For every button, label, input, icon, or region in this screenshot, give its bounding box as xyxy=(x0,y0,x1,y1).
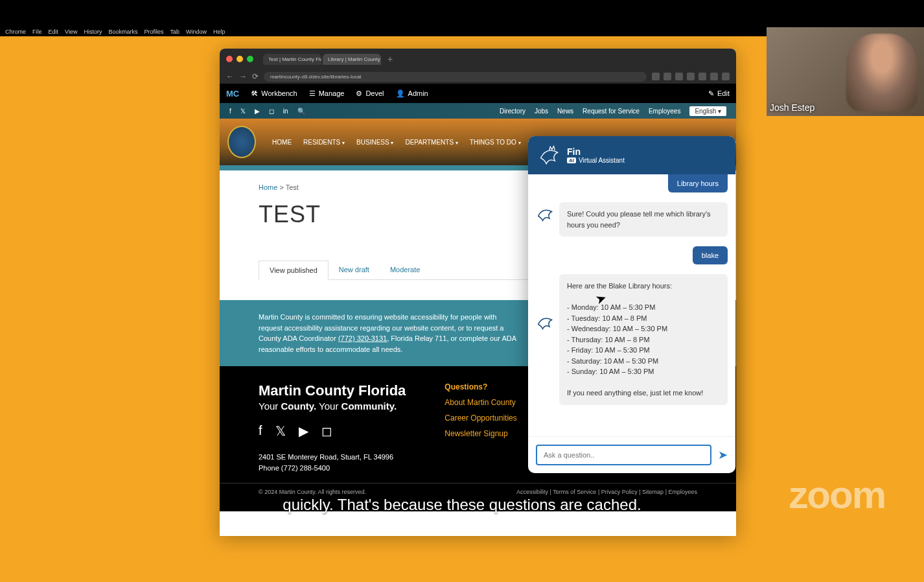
footer-accessibility[interactable]: Accessibility xyxy=(516,489,548,495)
admin-workbench[interactable]: 🛠Workbench xyxy=(251,89,297,97)
menu-window[interactable]: Window xyxy=(186,29,207,35)
tab-new-draft[interactable]: New draft xyxy=(329,261,380,279)
chat-bot-name: Fin xyxy=(567,146,625,157)
top-link-news[interactable]: News xyxy=(557,108,573,115)
drupal-admin-toolbar: MC 🛠Workbench ☰Manage ⚙Devel 👤Admin ✎Edi… xyxy=(220,84,736,103)
presenter-webcam: Josh Estep xyxy=(767,27,924,116)
county-seal-icon[interactable] xyxy=(227,126,256,158)
window-minimize-button[interactable] xyxy=(237,56,243,62)
extension-icon[interactable] xyxy=(675,73,683,80)
presenter-name: Josh Estep xyxy=(770,102,814,113)
top-link-employees[interactable]: Employees xyxy=(649,108,680,115)
admin-logo[interactable]: MC xyxy=(226,89,239,99)
menu-edit[interactable]: Edit xyxy=(49,29,59,35)
menu-help[interactable]: Help xyxy=(213,29,225,35)
browser-tab[interactable]: Test | Martin County Florida xyxy=(263,54,321,65)
menu-tab[interactable]: Tab xyxy=(170,29,179,35)
menu-history[interactable]: History xyxy=(84,29,102,35)
social-top-bar: f 𝕏 ▶ ◻ in 🔍 Directory Jobs News Request… xyxy=(220,103,736,119)
extension-icon[interactable] xyxy=(652,73,660,80)
forward-button[interactable]: → xyxy=(239,72,247,81)
tab-moderate[interactable]: Moderate xyxy=(380,261,430,279)
footer-link-about[interactable]: About Martin County xyxy=(445,398,516,407)
facebook-icon[interactable]: f xyxy=(229,108,231,115)
admin-manage[interactable]: ☰Manage xyxy=(309,89,345,98)
extension-icon[interactable] xyxy=(699,73,706,80)
extension-icon[interactable] xyxy=(664,73,671,80)
hamburger-icon: ☰ xyxy=(309,89,316,98)
browser-tabstrip: Test | Martin County Florida Library | M… xyxy=(220,49,736,69)
menu-profiles[interactable]: Profiles xyxy=(144,29,163,35)
nav-residents[interactable]: RESIDENTS ▾ xyxy=(303,139,345,146)
reload-button[interactable]: ⟳ xyxy=(252,72,259,81)
ada-phone-link[interactable]: (772) 320-3131 xyxy=(338,334,387,342)
chat-input[interactable] xyxy=(536,445,711,465)
pencil-icon: ✎ xyxy=(708,89,714,98)
bot-message: Sure! Could you please tell me which lib… xyxy=(559,202,728,237)
nav-departments[interactable]: DEPARTMENTS ▾ xyxy=(405,139,457,146)
sailfish-icon xyxy=(536,205,554,223)
extension-icon[interactable] xyxy=(722,73,730,80)
browser-tab-active[interactable]: Library | Martin County Flo... xyxy=(323,54,381,65)
url-field[interactable]: martincounty-d8.ddev.site/libraries-loca… xyxy=(264,72,647,82)
admin-user[interactable]: 👤Admin xyxy=(396,89,428,98)
footer-terms[interactable]: Terms of Service xyxy=(553,489,596,495)
window-maximize-button[interactable] xyxy=(247,56,253,62)
back-button[interactable]: ← xyxy=(226,72,234,81)
address-bar: ← → ⟳ martincounty-d8.ddev.site/librarie… xyxy=(220,69,736,84)
x-twitter-icon[interactable]: 𝕏 xyxy=(275,423,286,439)
user-message: blake xyxy=(693,246,728,264)
ai-badge: AI xyxy=(567,157,576,163)
instagram-icon[interactable]: ◻ xyxy=(269,108,274,115)
chevron-down-icon: ▾ xyxy=(456,140,458,146)
extension-icon[interactable] xyxy=(710,73,718,80)
footer-tagline: Your County. Your Community. xyxy=(259,401,406,412)
youtube-icon[interactable]: ▶ xyxy=(255,108,260,115)
top-link-directory[interactable]: Directory xyxy=(500,108,526,115)
window-close-button[interactable] xyxy=(226,56,233,62)
footer-link-careers[interactable]: Career Opportunities xyxy=(445,413,516,423)
top-link-jobs[interactable]: Jobs xyxy=(535,108,548,115)
footer-link-newsletter[interactable]: Newsletter Signup xyxy=(445,429,516,438)
youtube-icon[interactable]: ▶ xyxy=(299,423,308,439)
facebook-icon[interactable]: f xyxy=(259,423,262,439)
instagram-icon[interactable]: ◻ xyxy=(321,423,332,439)
footer-privacy[interactable]: Privacy Policy xyxy=(601,489,638,495)
sailfish-icon xyxy=(536,313,554,331)
x-twitter-icon[interactable]: 𝕏 xyxy=(240,108,246,115)
admin-devel[interactable]: ⚙Devel xyxy=(356,89,384,98)
sailfish-icon xyxy=(538,144,560,167)
chat-header: Fin AIVirtual Assistant xyxy=(528,136,735,174)
admin-edit-button[interactable]: ✎Edit xyxy=(708,89,730,98)
chat-input-row: ➤ xyxy=(528,436,735,473)
nav-business[interactable]: BUSINESS ▾ xyxy=(356,139,393,146)
menu-chrome[interactable]: Chrome xyxy=(5,29,26,35)
send-button[interactable]: ➤ xyxy=(718,448,728,462)
footer-sitemap[interactable]: Sitemap xyxy=(642,489,664,495)
chevron-down-icon: ▾ xyxy=(518,140,521,146)
footer-employees[interactable]: Employees xyxy=(668,489,697,495)
new-tab-button[interactable]: + xyxy=(382,54,398,65)
menu-bookmarks[interactable]: Bookmarks xyxy=(108,29,137,35)
search-icon[interactable]: 🔍 xyxy=(297,108,305,115)
footer-questions[interactable]: Questions? xyxy=(445,382,516,391)
bot-message: Here are the Blake Library hours: - Mond… xyxy=(559,274,728,405)
copyright: © 2024 Martin County. All rights reserve… xyxy=(259,489,366,495)
extension-icon[interactable] xyxy=(687,73,695,80)
chat-messages[interactable]: Library hours Sure! Could you please tel… xyxy=(528,174,735,436)
footer-address: 2401 SE Monterey Road, Stuart, FL 34996 xyxy=(259,452,406,463)
nav-things-to-do[interactable]: THINGS TO DO ▾ xyxy=(470,139,521,146)
wrench-icon: 🛠 xyxy=(251,89,258,97)
presenter-video xyxy=(846,34,918,111)
breadcrumb-home[interactable]: Home xyxy=(259,183,277,191)
chat-assistant-panel: Fin AIVirtual Assistant Library hours Su… xyxy=(528,136,735,473)
menu-file[interactable]: File xyxy=(32,29,42,35)
language-selector[interactable]: English ▾ xyxy=(689,106,726,116)
menu-view[interactable]: View xyxy=(65,29,77,35)
tab-view-published[interactable]: View published xyxy=(259,261,329,280)
linkedin-icon[interactable]: in xyxy=(283,108,288,115)
breadcrumb-current: Test xyxy=(286,183,299,191)
chevron-down-icon: ▾ xyxy=(391,140,393,146)
nav-home[interactable]: HOME xyxy=(272,139,292,146)
top-link-request[interactable]: Request for Service xyxy=(583,108,640,115)
